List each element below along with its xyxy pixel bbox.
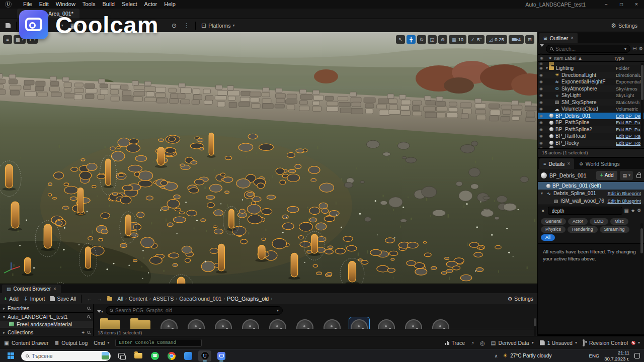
outliner-row-BP_PathSpline[interactable]: ◉ BP_PathSpline Edit BP_Pa — [538, 119, 644, 126]
details-search-field[interactable] — [552, 208, 618, 214]
taskbar-unreal-engine[interactable]: U — [198, 350, 211, 361]
collections-search-icon[interactable] — [87, 331, 90, 334]
cb-search-field[interactable] — [115, 308, 274, 313]
unreal-logo-icon[interactable]: U — [5, 1, 12, 8]
outliner-settings-icon[interactable]: ⚙ — [638, 46, 643, 51]
visibility-eye-icon[interactable]: ◉ — [539, 114, 546, 118]
trace-button[interactable]: Trace — [445, 340, 465, 346]
tab-details[interactable]: ≡ Details × — [539, 158, 574, 169]
filter-chip-rendering[interactable]: Rendering — [568, 226, 598, 233]
cb-scrollbar[interactable] — [534, 318, 536, 336]
viewport-3d-scene[interactable] — [0, 32, 537, 284]
move-tool-button[interactable]: ╋ — [407, 35, 416, 44]
details-lock-icon[interactable] — [635, 171, 641, 180]
close-button[interactable]: × — [629, 0, 644, 9]
taskbar-clock[interactable]: 21:11 30.7.2023 г. — [604, 350, 629, 361]
component-row-Debris_Spline_001[interactable]: ▾ ∿ Debris_Spline_001 Edit in Blueprint — [538, 190, 644, 197]
outliner-row-BP_Debris_001[interactable]: ◉ BP_Debris_001 Edit BP_De — [538, 113, 644, 120]
level-viewport[interactable]: ≡ ▦ ▾ ◐ ▾ ↖ ╋ ↻ ◱ ⊕ ▦10 ∠5° ◿0.25 4 ⊞ — [0, 32, 537, 284]
component-row-BP_Debris_001Self[interactable]: BP_Debris_001 (Self) — [538, 182, 644, 190]
outliner-row-DirectionalLight[interactable]: ◉ ☀ DirectionalLight DirectionalL — [538, 72, 644, 79]
outliner-row-SkyAtmosphere[interactable]: ◉ ⊙ SkyAtmosphere SkyAtmos — [538, 85, 644, 93]
world-local-toggle[interactable]: ⊕ — [438, 35, 447, 44]
close-content-browser-icon[interactable]: × — [53, 286, 56, 292]
source-root-item[interactable]: ▾Auto_LANDSCAPE_test1 — [0, 313, 93, 321]
menu-tools[interactable]: Tools — [79, 0, 99, 9]
visibility-eye-icon[interactable]: ◉ — [539, 141, 546, 145]
modes-dropdown[interactable]: ▣ ▾ — [21, 22, 33, 29]
details-settings-icon[interactable]: ⚙ — [637, 208, 641, 213]
pin-column-icon[interactable]: ★ — [548, 56, 552, 60]
tray-expand-icon[interactable]: ∧ — [495, 353, 498, 358]
type-column-header[interactable]: Type — [614, 55, 642, 61]
tab-world-settings[interactable]: ⊕ World Settings — [575, 158, 624, 169]
outliner-row-SM_SkySphere[interactable]: ◉ ▧ SM_SkySphere StaticMesh — [538, 99, 644, 106]
save-level-button[interactable] — [4, 23, 12, 28]
taskbar-file-explorer[interactable] — [132, 350, 145, 361]
asset-graph-8[interactable] — [322, 317, 342, 329]
output-log-button[interactable]: ≣Output Log — [54, 340, 88, 346]
camera-speed-control[interactable]: 4 — [509, 35, 524, 44]
breadcrumb-Content[interactable]: Content — [129, 296, 147, 302]
item-label-column-header[interactable]: Item Label ▲ — [554, 55, 612, 61]
asset-graph-4[interactable] — [213, 317, 233, 329]
scale-tool-button[interactable]: ◱ — [428, 35, 437, 44]
maximize-button[interactable]: □ — [614, 0, 629, 9]
favorites-filter-icon[interactable]: ★ — [631, 209, 635, 213]
visibility-eye-icon[interactable]: ◉ — [539, 107, 546, 111]
cb-save-all-button[interactable]: Save All — [50, 296, 76, 302]
select-tool-button[interactable]: ↖ — [396, 35, 405, 44]
details-search-input[interactable] — [548, 207, 622, 215]
tab-content-browser[interactable]: ▤ Content Browser × — [2, 285, 61, 293]
menu-edit[interactable]: Edit — [36, 0, 52, 9]
outliner-row-clipped-top[interactable]: ◉ — [538, 62, 644, 65]
asset-graph-3[interactable] — [186, 317, 206, 329]
menu-build[interactable]: Build — [99, 0, 118, 9]
edit-blueprint-link[interactable]: Edit BP_Ro — [616, 140, 644, 146]
menu-file[interactable]: File — [20, 0, 36, 9]
asset-graph-7[interactable] — [295, 317, 315, 329]
rotate-tool-button[interactable]: ↻ — [417, 35, 426, 44]
display-filter-icon[interactable]: ▦ — [624, 208, 629, 213]
filter-chip-all[interactable]: All — [541, 234, 555, 241]
breadcrumb-ASSETS[interactable]: ASSETS — [153, 296, 174, 302]
visibility-eye-icon[interactable]: ◉ — [539, 127, 546, 132]
visibility-eye-icon[interactable]: ◉ — [539, 73, 546, 77]
content-drawer-button[interactable]: ▣Content Drawer — [4, 340, 48, 346]
asset-graph-10[interactable] — [376, 317, 396, 329]
close-details-icon[interactable]: × — [567, 161, 570, 166]
viewport-options-icon[interactable]: ≡ — [3, 35, 12, 44]
asset-folder-1[interactable] — [129, 317, 152, 329]
settings-dropdown[interactable]: ⚙ Settings — [609, 22, 639, 29]
visibility-eye-icon[interactable]: ◉ — [539, 134, 546, 138]
taskbar-whatsapp[interactable]: ☎ — [148, 350, 162, 361]
forward-button[interactable]: → — [97, 296, 103, 302]
cmd-dropdown[interactable]: Cmd▾ — [94, 340, 109, 346]
minimize-button[interactable]: − — [599, 0, 614, 9]
favorites-search-icon[interactable] — [87, 307, 90, 310]
blueprints-button[interactable]: ◐ ▾ — [54, 22, 64, 29]
visibility-column-icon[interactable]: ◉ — [540, 56, 546, 60]
filter-chip-streaming[interactable]: Streaming — [600, 226, 629, 233]
platforms-dropdown[interactable]: ⊡ Platforms ▾ — [200, 22, 236, 29]
task-view-button[interactable] — [115, 350, 128, 361]
outliner-search-field[interactable] — [555, 46, 622, 52]
cb-settings-button[interactable]: ⚙ Settings — [508, 296, 533, 302]
outliner-row-Lighting[interactable]: ◉ ▾ Lighting Folder — [538, 65, 644, 72]
revision-control-button[interactable]: Revision Control▾ — [583, 340, 640, 346]
asset-graph-6[interactable] — [268, 317, 288, 329]
notification-center-icon[interactable] — [634, 353, 640, 358]
filter-chip-general[interactable]: General — [541, 218, 566, 225]
filter-chip-lod[interactable]: LOD — [590, 218, 608, 225]
edit-blueprint-link[interactable]: Edit BP_Pa — [616, 127, 644, 132]
filter-chip-actor[interactable]: Actor — [568, 218, 588, 225]
add-collection-icon[interactable]: + — [82, 330, 85, 335]
derived-data-button[interactable]: ▤Derived Data▾ — [491, 340, 534, 346]
source-child-item[interactable]: FreeLandscapeMaterial — [0, 321, 93, 328]
grid-snap-control[interactable]: ▦10 — [449, 35, 466, 44]
menu-select[interactable]: Select — [118, 0, 141, 9]
component-row-ISM_wall_wood_76[interactable]: ▧ ISM_wall_wood_76 Edit in Blueprint — [538, 197, 644, 205]
asset-folder-0[interactable] — [99, 317, 122, 329]
language-indicator[interactable]: ENG — [589, 353, 600, 358]
rotation-snap-control[interactable]: ∠5° — [468, 35, 485, 44]
